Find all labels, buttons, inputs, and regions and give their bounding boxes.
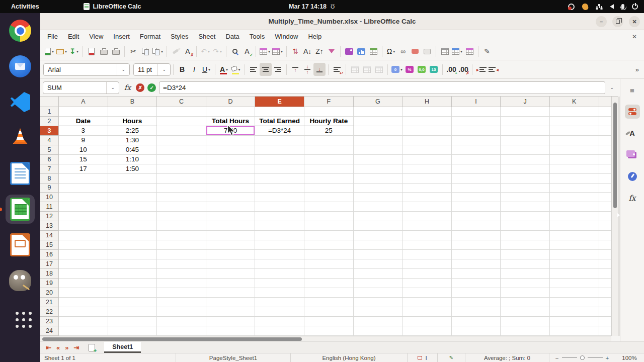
close-document-icon[interactable]: ✕ [632, 33, 637, 40]
delete-decimal-icon[interactable]: .00✗ [457, 63, 469, 76]
comment-icon[interactable] [409, 45, 421, 58]
dock-thunderbird-icon[interactable] [6, 52, 35, 81]
row-header-19[interactable]: 19 [40, 279, 59, 288]
row-header-21[interactable]: 21 [40, 298, 59, 307]
horizontal-scrollbar[interactable] [40, 336, 611, 341]
row-header-9[interactable]: 9 [40, 184, 59, 193]
cell-E8[interactable] [255, 174, 304, 184]
cell-H20[interactable] [403, 288, 452, 298]
cell-A13[interactable] [59, 221, 108, 231]
cell-B19[interactable] [108, 279, 157, 288]
horizontal-scrollbar-thumb[interactable] [42, 337, 302, 341]
cell-F6[interactable] [304, 155, 354, 164]
cell-A15[interactable] [59, 240, 108, 250]
cell-B6[interactable]: 1:10 [108, 155, 157, 164]
row-header-22[interactable]: 22 [40, 307, 59, 317]
cell-F21[interactable] [304, 298, 354, 307]
cell-F24[interactable] [304, 326, 354, 336]
cell-G4[interactable] [354, 136, 403, 145]
cell-E7[interactable] [255, 164, 304, 174]
dock-gimp-icon[interactable] [6, 266, 35, 295]
cell-J23[interactable] [501, 317, 550, 326]
unmerge-cells-icon[interactable] [373, 63, 385, 76]
cell-I2[interactable] [452, 117, 501, 126]
cell-A24[interactable] [59, 326, 108, 336]
cell-G5[interactable] [354, 145, 403, 155]
cell-I16[interactable] [452, 250, 501, 259]
cell-I21[interactable] [452, 298, 501, 307]
cell-D7[interactable] [206, 164, 256, 174]
col-header-D[interactable]: D [206, 97, 256, 107]
draw-functions-icon[interactable]: ✎ [481, 45, 493, 58]
cell-H1[interactable] [403, 107, 452, 117]
cell-G6[interactable] [354, 155, 403, 164]
cell-F10[interactable] [304, 193, 354, 202]
cell-K23[interactable] [550, 317, 599, 326]
cell-H22[interactable] [403, 307, 452, 317]
cell-E18[interactable] [255, 269, 304, 279]
cell-D13[interactable] [206, 221, 256, 231]
sort-icon[interactable]: ⇅ [289, 45, 301, 58]
cell-I20[interactable] [452, 288, 501, 298]
cell-H9[interactable] [403, 184, 452, 193]
formula-input[interactable] [159, 81, 605, 94]
sort-ascending-icon[interactable]: A↓ [301, 45, 313, 58]
cell-C17[interactable] [157, 259, 206, 269]
styles-icon[interactable]: A [625, 126, 640, 140]
cell-J16[interactable] [501, 250, 550, 259]
copy-icon[interactable] [139, 45, 151, 58]
row-header-12[interactable]: 12 [40, 212, 59, 221]
dock-writer-icon[interactable] [6, 159, 35, 188]
row-header-6[interactable]: 6 [40, 155, 59, 164]
cell-J12[interactable] [501, 212, 550, 221]
cell-G1[interactable] [354, 107, 403, 117]
cell-E5[interactable] [255, 145, 304, 155]
cell-H12[interactable] [403, 212, 452, 221]
row-header-5[interactable]: 5 [40, 145, 59, 155]
print-preview-icon[interactable] [110, 45, 122, 58]
cell-J17[interactable] [501, 259, 550, 269]
cell-I13[interactable] [452, 221, 501, 231]
cell-K15[interactable] [550, 240, 599, 250]
cell-E2[interactable]: Total Earned [255, 117, 304, 126]
cell-F20[interactable] [304, 288, 354, 298]
previous-sheet-button[interactable]: « [54, 344, 62, 351]
cell-D6[interactable] [206, 155, 256, 164]
cell-H19[interactable] [403, 279, 452, 288]
selection-mode-status[interactable]: I [408, 353, 438, 362]
align-left-icon[interactable] [248, 63, 260, 76]
cell-H4[interactable] [403, 136, 452, 145]
cell-G2[interactable] [354, 117, 403, 126]
cell-K9[interactable] [550, 184, 599, 193]
cell-D23[interactable] [206, 317, 256, 326]
cell-J14[interactable] [501, 231, 550, 240]
cell-B3[interactable]: 2:25 [108, 126, 157, 136]
language-status[interactable]: English (Hong Kong) [291, 353, 408, 362]
cell-H11[interactable] [403, 202, 452, 212]
cell-A3[interactable]: 3 [59, 126, 108, 136]
cell-H10[interactable] [403, 193, 452, 202]
cell-A17[interactable] [59, 259, 108, 269]
cell-D12[interactable] [206, 212, 256, 221]
dock-chrome-icon[interactable] [6, 16, 35, 45]
name-box[interactable]: SUM ⌄ [43, 81, 119, 94]
cell-F5[interactable] [304, 145, 354, 155]
row-header-10[interactable]: 10 [40, 193, 59, 202]
font-name-combobox[interactable]: Arial ⌄ [43, 63, 130, 76]
cell-A10[interactable] [59, 193, 108, 202]
titlebar[interactable]: Multiply_Time_Number.xlsx - LibreOffice … [40, 13, 644, 30]
cell-J24[interactable] [501, 326, 550, 336]
cell-A8[interactable] [59, 174, 108, 184]
cell-H21[interactable] [403, 298, 452, 307]
cell-D20[interactable] [206, 288, 256, 298]
chevron-down-icon[interactable]: ⌄ [157, 64, 166, 75]
font-size-combobox[interactable]: 11 pt ⌄ [133, 63, 171, 76]
cell-C10[interactable] [157, 193, 206, 202]
cell-C7[interactable] [157, 164, 206, 174]
cell-D17[interactable] [206, 259, 256, 269]
cell-E10[interactable] [255, 193, 304, 202]
row-header-13[interactable]: 13 [40, 221, 59, 231]
row-header-24[interactable]: 24 [40, 326, 59, 336]
freeze-panes-icon[interactable]: ▾ [451, 45, 463, 58]
row-header-3[interactable]: 3 [40, 126, 59, 136]
